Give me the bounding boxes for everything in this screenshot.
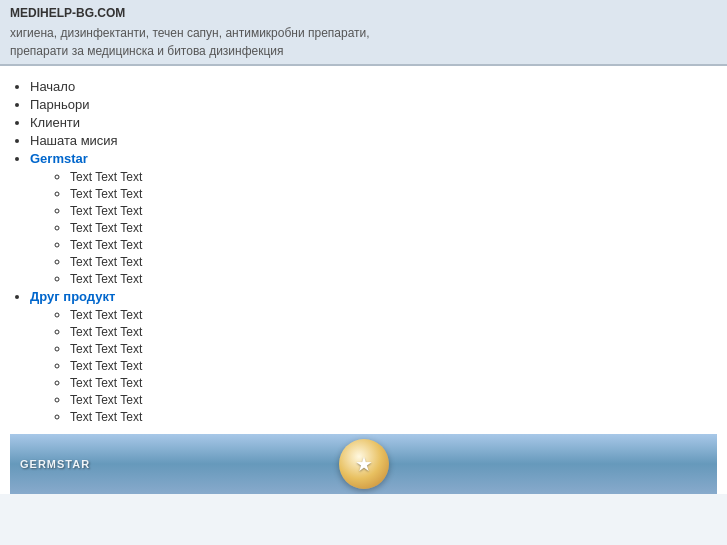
- main-content: Начало Парньори Клиенти Нашата мисия Ger…: [0, 66, 727, 494]
- banner-image: germstar ★: [10, 434, 717, 494]
- banner-logo: ★: [339, 439, 389, 489]
- other-sub-link-5[interactable]: Text Text Text: [70, 376, 142, 390]
- nav-link-home[interactable]: Начало: [30, 79, 75, 94]
- list-item: Text Text Text: [70, 186, 717, 201]
- nav-item-clients: Клиенти: [30, 115, 717, 130]
- germstar-sub-link-1[interactable]: Text Text Text: [70, 170, 142, 184]
- nav-link-clients[interactable]: Клиенти: [30, 115, 80, 130]
- germstar-sub-link-7[interactable]: Text Text Text: [70, 272, 142, 286]
- nav-item-partners: Парньори: [30, 97, 717, 112]
- list-item: Text Text Text: [70, 392, 717, 407]
- list-item: Text Text Text: [70, 220, 717, 235]
- other-sub-link-1[interactable]: Text Text Text: [70, 308, 142, 322]
- subtitle-line1: хигиена, дизинфектанти, течен сапун, ант…: [10, 26, 370, 40]
- site-subtitle: хигиена, дизинфектанти, течен сапун, ант…: [10, 24, 717, 60]
- list-item: Text Text Text: [70, 324, 717, 339]
- banner-area: germstar ★: [10, 434, 717, 494]
- other-sub-link-2[interactable]: Text Text Text: [70, 325, 142, 339]
- list-item: Text Text Text: [70, 169, 717, 184]
- list-item: Text Text Text: [70, 203, 717, 218]
- main-nav-list: Начало Парньори Клиенти Нашата мисия Ger…: [10, 79, 717, 424]
- other-sub-link-4[interactable]: Text Text Text: [70, 359, 142, 373]
- list-item: Text Text Text: [70, 237, 717, 252]
- other-product-sub-list: Text Text Text Text Text Text Text Text …: [40, 307, 717, 424]
- other-sub-link-7[interactable]: Text Text Text: [70, 410, 142, 424]
- nav-item-other-product: Друг продукт Text Text Text Text Text Te…: [30, 289, 717, 424]
- germstar-sub-link-4[interactable]: Text Text Text: [70, 221, 142, 235]
- list-item: Text Text Text: [70, 375, 717, 390]
- nav-item-germstar: Germstar Text Text Text Text Text Text T…: [30, 151, 717, 286]
- list-item: Text Text Text: [70, 341, 717, 356]
- nav-link-mission[interactable]: Нашата мисия: [30, 133, 118, 148]
- germstar-sub-list: Text Text Text Text Text Text Text Text …: [40, 169, 717, 286]
- germstar-sub-link-6[interactable]: Text Text Text: [70, 255, 142, 269]
- germstar-sub-link-2[interactable]: Text Text Text: [70, 187, 142, 201]
- nav-link-partners[interactable]: Парньори: [30, 97, 89, 112]
- list-item: Text Text Text: [70, 358, 717, 373]
- list-item: Text Text Text: [70, 271, 717, 286]
- nav-item-mission: Нашата мисия: [30, 133, 717, 148]
- nav-link-germstar[interactable]: Germstar: [30, 151, 88, 166]
- subtitle-line2: препарати за медицинска и битова дизинфе…: [10, 44, 284, 58]
- germstar-sub-link-5[interactable]: Text Text Text: [70, 238, 142, 252]
- germstar-sub-link-3[interactable]: Text Text Text: [70, 204, 142, 218]
- other-sub-link-6[interactable]: Text Text Text: [70, 393, 142, 407]
- nav-item-home: Начало: [30, 79, 717, 94]
- list-item: Text Text Text: [70, 409, 717, 424]
- banner-text-left: germstar: [20, 458, 90, 470]
- page-header: MEDIHELP-BG.COM хигиена, дизинфектанти, …: [0, 0, 727, 65]
- nav-link-other-product[interactable]: Друг продукт: [30, 289, 115, 304]
- other-sub-link-3[interactable]: Text Text Text: [70, 342, 142, 356]
- list-item: Text Text Text: [70, 307, 717, 322]
- star-icon: ★: [355, 452, 373, 476]
- list-item: Text Text Text: [70, 254, 717, 269]
- site-title: MEDIHELP-BG.COM: [10, 6, 717, 20]
